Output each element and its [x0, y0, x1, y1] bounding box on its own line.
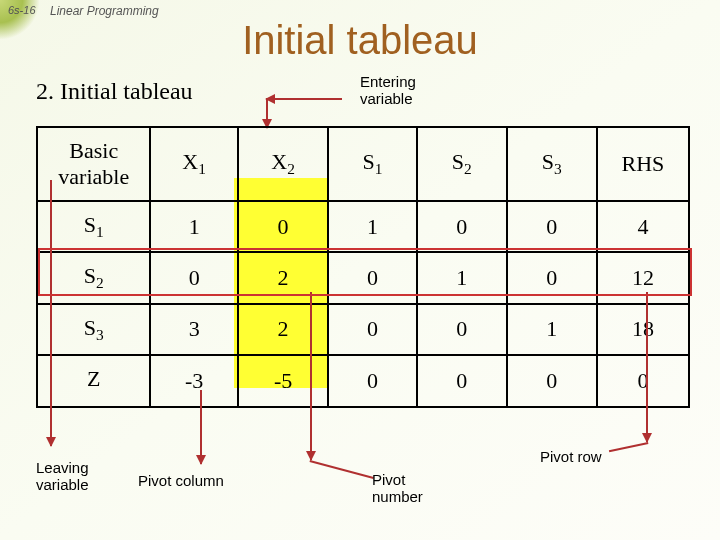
- cell: 12: [597, 252, 689, 303]
- pivot-number-label: Pivot number: [372, 472, 423, 505]
- simplex-tableau: Basic variable X1 X2 S1 S2 S3 RHS S1 1 0…: [36, 126, 690, 408]
- entering-variable-label: Entering variable: [360, 74, 416, 107]
- pivot-column-label: Pivot column: [138, 472, 224, 489]
- cell: 1: [417, 252, 507, 303]
- cell: 0: [417, 304, 507, 355]
- page-title: Initial tableau: [0, 18, 720, 63]
- pivot-number-arrow: [310, 292, 312, 460]
- table-row: S3 3 2 0 0 1 18: [37, 304, 689, 355]
- table-row: S2 0 2 0 1 0 12: [37, 252, 689, 303]
- cell: 0: [507, 355, 597, 406]
- table-header-row: Basic variable X1 X2 S1 S2 S3 RHS: [37, 127, 689, 201]
- cell: 0: [597, 355, 689, 406]
- pivot-row-diag: [609, 442, 649, 452]
- header-x1: X1: [150, 127, 237, 201]
- entering-arrow-down: [266, 98, 268, 128]
- cell: 2: [238, 304, 329, 355]
- cell-basic: S2: [37, 252, 150, 303]
- cell-basic: S3: [37, 304, 150, 355]
- pivot-column-arrow: [200, 390, 202, 464]
- pivot-number-diag: [309, 460, 373, 479]
- cell: 0: [507, 252, 597, 303]
- header-x2: X2: [238, 127, 329, 201]
- table-row: Z -3 -5 0 0 0 0: [37, 355, 689, 406]
- cell: 1: [507, 304, 597, 355]
- leaving-variable-label: Leaving variable: [36, 460, 89, 493]
- cell: 4: [597, 201, 689, 252]
- cell: 0: [150, 252, 237, 303]
- cell: 0: [328, 304, 416, 355]
- cell: 18: [597, 304, 689, 355]
- cell: 0: [328, 355, 416, 406]
- pivot-row-label: Pivot row: [540, 448, 602, 465]
- cell-basic: Z: [37, 355, 150, 406]
- cell: 2: [238, 252, 329, 303]
- header-s3: S3: [507, 127, 597, 201]
- table-row: S1 1 0 1 0 0 4: [37, 201, 689, 252]
- cell: 3: [150, 304, 237, 355]
- header-basic: Basic variable: [37, 127, 150, 201]
- cell: -5: [238, 355, 329, 406]
- subtitle: 2. Initial tableau: [36, 78, 193, 105]
- header-rhs: RHS: [597, 127, 689, 201]
- cell: -3: [150, 355, 237, 406]
- header-s2: S2: [417, 127, 507, 201]
- entering-arrow-horizontal: [266, 98, 342, 100]
- leaving-variable-arrow: [50, 180, 52, 446]
- page-number: 6s-16: [8, 4, 36, 16]
- cell-basic: S1: [37, 201, 150, 252]
- cell: 0: [328, 252, 416, 303]
- cell: 1: [150, 201, 237, 252]
- cell: 1: [328, 201, 416, 252]
- cell: 0: [417, 201, 507, 252]
- chapter-label: Linear Programming: [50, 4, 159, 18]
- pivot-row-arrow: [646, 292, 648, 442]
- header-s1: S1: [328, 127, 416, 201]
- cell: 0: [417, 355, 507, 406]
- cell: 0: [507, 201, 597, 252]
- cell: 0: [238, 201, 329, 252]
